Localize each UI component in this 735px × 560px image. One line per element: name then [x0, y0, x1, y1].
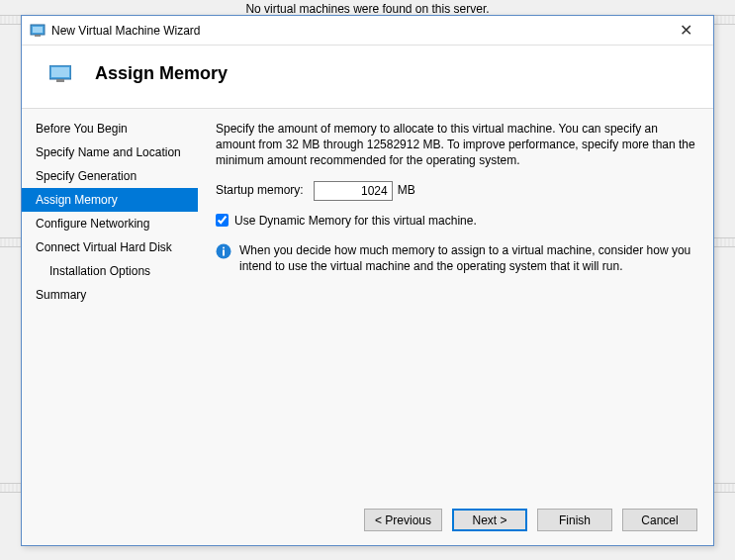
background-no-vm-text: No virtual machines were found on this s… — [0, 0, 735, 16]
description-text: Specify the amount of memory to allocate… — [216, 121, 695, 169]
svg-rect-8 — [223, 249, 225, 255]
page-title: Assign Memory — [95, 63, 228, 84]
info-row: When you decide how much memory to assig… — [216, 242, 695, 274]
svg-rect-5 — [56, 79, 64, 82]
startup-memory-input[interactable] — [314, 181, 393, 201]
wizard-nav: Before You BeginSpecify Name and Locatio… — [22, 109, 198, 497]
wizard-header: Assign Memory — [22, 46, 713, 108]
svg-rect-2 — [35, 35, 41, 37]
nav-step[interactable]: Specify Generation — [22, 164, 198, 188]
nav-step[interactable]: Configure Networking — [22, 212, 198, 235]
startup-memory-row: Startup memory: MB — [216, 181, 695, 201]
dynamic-memory-row: Use Dynamic Memory for this virtual mach… — [216, 213, 695, 229]
previous-button[interactable]: < Previous — [364, 509, 442, 531]
titlebar: New Virtual Machine Wizard ✕ — [22, 16, 713, 46]
svg-rect-4 — [51, 67, 69, 77]
finish-button[interactable]: Finish — [537, 509, 612, 531]
wizard-content: Specify the amount of memory to allocate… — [198, 109, 713, 497]
nav-step[interactable]: Connect Virtual Hard Disk — [22, 235, 198, 259]
nav-step[interactable]: Assign Memory — [22, 188, 198, 212]
nav-step[interactable]: Installation Options — [22, 259, 198, 283]
window-title: New Virtual Machine Wizard — [51, 24, 666, 38]
nav-step[interactable]: Before You Begin — [22, 117, 198, 140]
wizard-footer: < Previous Next > Finish Cancel — [22, 497, 713, 545]
nav-step[interactable]: Specify Name and Location — [22, 140, 198, 164]
info-icon — [216, 243, 231, 259]
dynamic-memory-label[interactable]: Use Dynamic Memory for this virtual mach… — [234, 213, 477, 229]
startup-memory-label: Startup memory: — [216, 182, 304, 198]
svg-rect-1 — [33, 27, 43, 33]
dynamic-memory-checkbox[interactable] — [216, 214, 229, 227]
wizard-window: New Virtual Machine Wizard ✕ Assign Memo… — [21, 15, 714, 546]
monitor-icon — [49, 65, 71, 83]
startup-memory-unit: MB — [398, 182, 415, 198]
cancel-button[interactable]: Cancel — [622, 509, 697, 531]
nav-step[interactable]: Summary — [22, 283, 198, 307]
wizard-body: Before You BeginSpecify Name and Locatio… — [22, 108, 713, 497]
next-button[interactable]: Next > — [452, 509, 527, 531]
svg-rect-7 — [223, 246, 225, 248]
close-button[interactable]: ✕ — [666, 21, 705, 40]
info-text: When you decide how much memory to assig… — [239, 242, 695, 274]
vm-wizard-icon — [30, 23, 46, 39]
